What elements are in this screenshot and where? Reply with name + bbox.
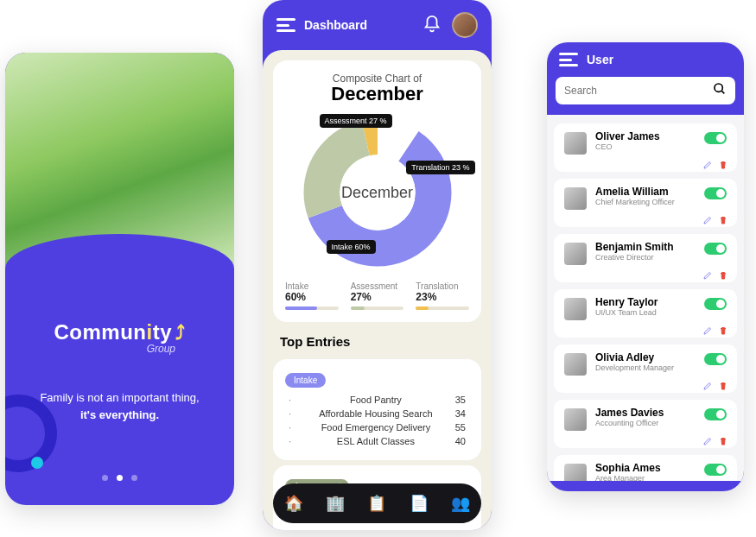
delete-icon[interactable] (718, 379, 728, 389)
page-dot[interactable] (102, 475, 108, 481)
edit-icon[interactable] (702, 324, 713, 334)
decorative-dot (31, 457, 43, 469)
user-name: Henry Taylor (595, 296, 696, 308)
composite-chart-card: Composite Chart of December December Ass… (273, 60, 481, 322)
user-card[interactable]: Sophia AmesArea Manager (554, 455, 737, 481)
chart-month: December (285, 83, 469, 105)
user-card[interactable]: Henry TaylorUI/UX Team Lead (554, 289, 737, 338)
entry-value: 55 (455, 422, 466, 433)
chart-label-intake: Intake 60% (327, 240, 376, 254)
entry-row[interactable]: ESL Adult Classes40 (285, 434, 469, 448)
user-card[interactable]: Amelia WilliamChief Marketing Officer (554, 179, 737, 227)
user-card[interactable]: Benjamin SmithCreative Director (554, 234, 737, 282)
user-name: Oliver James (595, 130, 696, 142)
user-name: Amelia William (595, 186, 696, 198)
chart-legend: Intake60% Assessment27% Translation23% (285, 281, 469, 310)
legend-intake: Intake60% (285, 281, 339, 310)
user-role: Area Manager (595, 474, 696, 481)
user-name: Sophia Ames (595, 462, 696, 474)
donut-center-label: December (295, 111, 460, 275)
edit-icon[interactable] (702, 158, 713, 168)
search-input[interactable] (564, 85, 713, 97)
delete-icon[interactable] (718, 213, 728, 224)
delete-icon[interactable] (718, 324, 728, 334)
entries-group: IntakeFood Pantry35Affordable Housing Se… (273, 359, 481, 460)
edit-icon[interactable] (702, 434, 713, 445)
delete-icon[interactable] (718, 158, 728, 168)
user-name: Olivia Adley (595, 351, 696, 363)
user-name: James Davies (595, 407, 696, 419)
users-header: User (547, 42, 744, 77)
active-toggle[interactable] (704, 298, 727, 310)
active-toggle[interactable] (704, 132, 727, 144)
edit-icon[interactable] (702, 268, 713, 279)
legend-assessment: Assessment27% (351, 281, 404, 310)
entry-row[interactable]: Food Emergency Delivery55 (285, 420, 469, 434)
entry-row[interactable]: Affordable Housing Search34 (285, 407, 469, 420)
brand-accent: i (146, 320, 152, 344)
active-toggle[interactable] (704, 408, 727, 420)
entry-name: Food Pantry (350, 395, 402, 405)
dashboard-header: Dashboard (263, 0, 492, 50)
user-card[interactable]: Olivia AdleyDevelopment Manager (554, 344, 737, 393)
delete-icon[interactable] (718, 434, 728, 445)
tagline-line1: Family is not an important thing, (40, 391, 199, 404)
splash-screen: Community⤴ Group Family is not an import… (5, 53, 234, 505)
menu-icon[interactable] (559, 53, 578, 66)
user-card[interactable]: James DaviesAccounting Officer (554, 400, 737, 448)
avatar (564, 132, 587, 155)
user-role: Accounting Officer (595, 419, 696, 427)
entry-row[interactable]: Food Pantry35 (285, 393, 469, 407)
avatar (564, 187, 587, 210)
brand-text: Commun (54, 320, 146, 344)
page-indicator[interactable] (22, 475, 217, 481)
active-toggle[interactable] (704, 243, 727, 255)
avatar (564, 298, 587, 320)
edit-icon[interactable] (702, 213, 713, 224)
page-dot[interactable] (131, 475, 137, 481)
avatar (564, 408, 587, 431)
edit-icon[interactable] (702, 379, 713, 389)
search-bar[interactable] (556, 77, 735, 104)
active-toggle[interactable] (704, 464, 727, 476)
user-role: Creative Director (595, 253, 696, 262)
legend-translation: Translation23% (416, 281, 469, 310)
page-dot-active[interactable] (117, 475, 123, 481)
swoosh-icon: ⤴ (175, 322, 186, 344)
nav-people-icon[interactable]: 👥 (451, 494, 470, 513)
group-chip: Intake (285, 373, 326, 388)
top-entries-title: Top Entries (273, 322, 481, 354)
user-role: Chief Marketing Officer (595, 198, 696, 206)
page-title: User (587, 53, 613, 66)
nav-building-icon[interactable]: 🏢 (326, 494, 345, 513)
search-icon[interactable] (713, 82, 727, 99)
bell-icon[interactable] (422, 15, 443, 35)
entry-value: 35 (455, 395, 466, 405)
delete-icon[interactable] (718, 268, 728, 279)
user-name: Benjamin Smith (595, 241, 696, 253)
page-title: Dashboard (304, 18, 414, 32)
brand-text-rest: ty (153, 320, 172, 344)
bottom-navbar: 🏠 🏢 📋 📄 👥 (273, 483, 481, 523)
chart-label-assessment: Assessment 27 % (320, 114, 392, 128)
entry-name: ESL Adult Classes (337, 436, 415, 446)
users-screen: User Oliver JamesCEOAmelia WilliamChief … (547, 42, 744, 491)
tagline-line2: it's everything. (80, 408, 159, 421)
active-toggle[interactable] (704, 353, 727, 365)
user-role: UI/UX Team Lead (595, 308, 696, 317)
user-card[interactable]: Oliver JamesCEO (554, 123, 737, 172)
dashboard-screen: Dashboard Composite Chart of December De… (263, 0, 492, 530)
entry-value: 34 (455, 408, 466, 419)
brand-subtitle: Group (22, 343, 175, 355)
hero-photo (5, 53, 234, 268)
menu-icon[interactable] (276, 18, 295, 32)
nav-notes-icon[interactable]: 📄 (410, 494, 429, 513)
nav-home-icon[interactable]: 🏠 (284, 494, 303, 513)
user-role: Development Manager (595, 363, 696, 372)
nav-clipboard-icon[interactable]: 📋 (367, 494, 386, 513)
avatar[interactable] (452, 12, 478, 38)
active-toggle[interactable] (704, 187, 727, 199)
avatar (564, 353, 587, 376)
avatar (564, 464, 587, 481)
brand-logo: Community⤴ Group (22, 320, 217, 355)
